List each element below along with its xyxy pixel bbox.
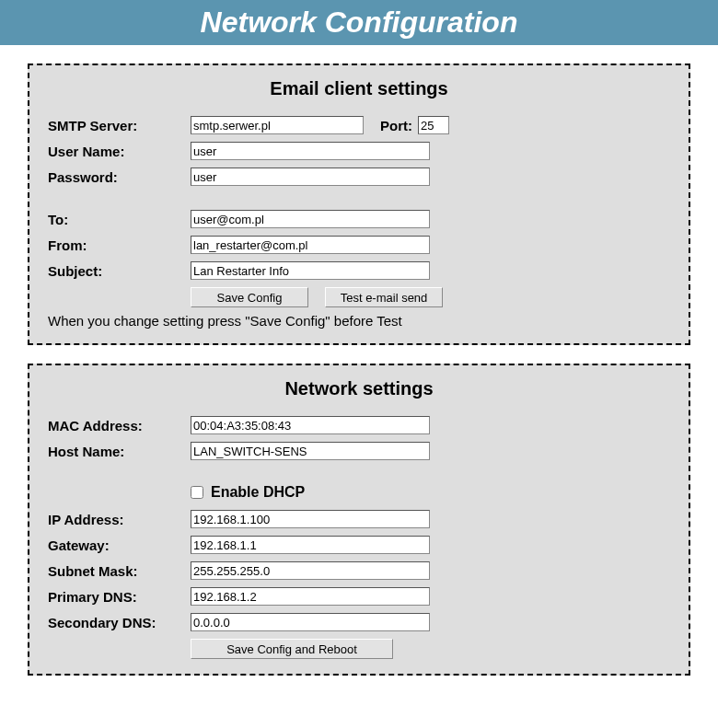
user-label: User Name: (48, 144, 191, 159)
subnet-label: Subnet Mask: (48, 563, 191, 579)
host-input[interactable] (191, 442, 430, 460)
password-label: Password: (48, 169, 191, 185)
mac-row: MAC Address: (48, 416, 670, 434)
page-header: Network Configuration (0, 0, 718, 45)
sdns-row: Secondary DNS: (48, 613, 670, 631)
save-reboot-button[interactable]: Save Config and Reboot (191, 639, 393, 659)
subnet-row: Subnet Mask: (48, 561, 670, 580)
dhcp-checkbox[interactable] (191, 486, 203, 499)
smtp-label: SMTP Server: (48, 118, 191, 133)
from-input[interactable] (191, 236, 430, 254)
subject-label: Subject: (48, 263, 191, 279)
network-settings-panel: Network settings MAC Address: Host Name:… (28, 364, 690, 676)
save-config-button[interactable]: Save Config (191, 287, 308, 307)
sdns-input[interactable] (191, 613, 430, 631)
user-input[interactable] (191, 142, 430, 160)
dhcp-label: Enable DHCP (211, 484, 305, 501)
gateway-label: Gateway: (48, 537, 191, 553)
port-label: Port: (380, 118, 412, 133)
from-label: From: (48, 237, 191, 253)
network-panel-title: Network settings (48, 378, 670, 399)
to-label: To: (48, 212, 191, 227)
subnet-input[interactable] (191, 561, 430, 580)
ip-label: IP Address: (48, 512, 191, 527)
email-settings-panel: Email client settings SMTP Server: Port:… (28, 64, 690, 345)
mac-input[interactable] (191, 416, 430, 434)
email-button-row: Save Config Test e-mail send (191, 287, 670, 307)
port-input[interactable] (418, 116, 449, 134)
ip-input[interactable] (191, 510, 430, 528)
pdns-input[interactable] (191, 587, 430, 606)
user-row: User Name: (48, 142, 670, 160)
sdns-label: Secondary DNS: (48, 615, 191, 630)
subject-input[interactable] (191, 261, 430, 280)
smtp-input[interactable] (191, 116, 364, 134)
smtp-row: SMTP Server: Port: (48, 116, 670, 134)
email-note: When you change setting press "Save Conf… (48, 313, 670, 329)
gateway-input[interactable] (191, 536, 430, 554)
pdns-label: Primary DNS: (48, 589, 191, 605)
dhcp-row: Enable DHCP (191, 484, 670, 501)
password-input[interactable] (191, 168, 430, 186)
host-row: Host Name: (48, 442, 670, 460)
page-title: Network Configuration (201, 6, 518, 39)
gateway-row: Gateway: (48, 536, 670, 554)
ip-row: IP Address: (48, 510, 670, 528)
from-row: From: (48, 236, 670, 254)
to-input[interactable] (191, 210, 430, 228)
mac-label: MAC Address: (48, 418, 191, 433)
password-row: Password: (48, 168, 670, 186)
subject-row: Subject: (48, 261, 670, 280)
network-button-row: Save Config and Reboot (191, 639, 670, 659)
test-email-button[interactable]: Test e-mail send (325, 287, 443, 307)
host-label: Host Name: (48, 444, 191, 459)
email-panel-title: Email client settings (48, 78, 670, 99)
to-row: To: (48, 210, 670, 228)
pdns-row: Primary DNS: (48, 587, 670, 606)
